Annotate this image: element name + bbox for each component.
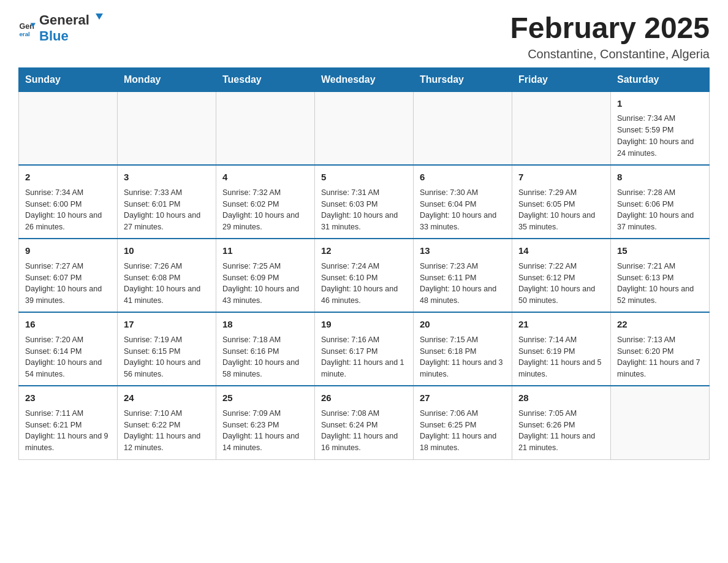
calendar-day-cell: 8Sunrise: 7:28 AMSunset: 6:06 PMDaylight…: [611, 165, 710, 239]
title-area: February 2025 Constantine, Constantine, …: [510, 12, 710, 61]
day-info: Sunrise: 7:11 AMSunset: 6:21 PMDaylight:…: [25, 408, 111, 454]
calendar-day-cell: 4Sunrise: 7:32 AMSunset: 6:02 PMDaylight…: [216, 165, 315, 239]
calendar-day-cell: 19Sunrise: 7:16 AMSunset: 6:17 PMDayligh…: [315, 312, 414, 386]
logo: Gen eral General Blue: [18, 12, 104, 44]
day-number: 13: [420, 244, 506, 258]
calendar-day-cell: 25Sunrise: 7:09 AMSunset: 6:23 PMDayligh…: [216, 386, 315, 459]
day-info: Sunrise: 7:16 AMSunset: 6:17 PMDaylight:…: [321, 334, 407, 380]
day-number: 4: [222, 170, 308, 185]
day-info: Sunrise: 7:14 AMSunset: 6:19 PMDaylight:…: [518, 334, 604, 380]
day-number: 7: [518, 170, 604, 185]
day-info: Sunrise: 7:27 AMSunset: 6:07 PMDaylight:…: [25, 261, 111, 307]
day-info: Sunrise: 7:33 AMSunset: 6:01 PMDaylight:…: [124, 187, 210, 233]
calendar-day-cell: [512, 91, 611, 165]
logo-icon: Gen eral: [18, 20, 36, 37]
calendar-day-cell: 28Sunrise: 7:05 AMSunset: 6:26 PMDayligh…: [512, 386, 611, 459]
day-info: Sunrise: 7:32 AMSunset: 6:02 PMDaylight:…: [222, 187, 308, 233]
calendar-day-cell: 2Sunrise: 7:34 AMSunset: 6:00 PMDaylight…: [19, 165, 118, 239]
calendar-day-cell: 9Sunrise: 7:27 AMSunset: 6:07 PMDaylight…: [19, 239, 118, 312]
calendar-header-row: SundayMondayTuesdayWednesdayThursdayFrid…: [19, 67, 710, 91]
day-info: Sunrise: 7:34 AMSunset: 5:59 PMDaylight:…: [617, 113, 703, 159]
calendar-day-cell: 3Sunrise: 7:33 AMSunset: 6:01 PMDaylight…: [118, 165, 216, 239]
column-header-sunday: Sunday: [19, 67, 118, 91]
calendar-day-cell: 23Sunrise: 7:11 AMSunset: 6:21 PMDayligh…: [19, 386, 118, 459]
day-info: Sunrise: 7:34 AMSunset: 6:00 PMDaylight:…: [25, 187, 111, 233]
column-header-saturday: Saturday: [611, 67, 710, 91]
day-number: 19: [321, 318, 407, 332]
calendar-day-cell: 12Sunrise: 7:24 AMSunset: 6:10 PMDayligh…: [315, 239, 414, 312]
day-number: 2: [25, 170, 111, 185]
calendar-table: SundayMondayTuesdayWednesdayThursdayFrid…: [18, 67, 710, 460]
calendar-day-cell: [414, 91, 512, 165]
calendar-day-cell: 20Sunrise: 7:15 AMSunset: 6:18 PMDayligh…: [414, 312, 512, 386]
day-number: 28: [518, 391, 604, 405]
column-header-wednesday: Wednesday: [315, 67, 414, 91]
calendar-day-cell: 6Sunrise: 7:30 AMSunset: 6:04 PMDaylight…: [414, 165, 512, 239]
location-subtitle: Constantine, Constantine, Algeria: [510, 47, 710, 61]
calendar-week-row: 16Sunrise: 7:20 AMSunset: 6:14 PMDayligh…: [19, 312, 710, 386]
day-info: Sunrise: 7:15 AMSunset: 6:18 PMDaylight:…: [420, 334, 506, 380]
calendar-day-cell: 26Sunrise: 7:08 AMSunset: 6:24 PMDayligh…: [315, 386, 414, 459]
day-info: Sunrise: 7:19 AMSunset: 6:15 PMDaylight:…: [124, 334, 210, 380]
calendar-day-cell: 13Sunrise: 7:23 AMSunset: 6:11 PMDayligh…: [414, 239, 512, 312]
calendar-week-row: 1Sunrise: 7:34 AMSunset: 5:59 PMDaylight…: [19, 91, 710, 165]
calendar-day-cell: 24Sunrise: 7:10 AMSunset: 6:22 PMDayligh…: [118, 386, 216, 459]
day-info: Sunrise: 7:28 AMSunset: 6:06 PMDaylight:…: [617, 187, 703, 233]
day-number: 21: [518, 318, 604, 332]
calendar-day-cell: 16Sunrise: 7:20 AMSunset: 6:14 PMDayligh…: [19, 312, 118, 386]
day-number: 24: [124, 391, 210, 405]
calendar-day-cell: 7Sunrise: 7:29 AMSunset: 6:05 PMDaylight…: [512, 165, 611, 239]
calendar-day-cell: 10Sunrise: 7:26 AMSunset: 6:08 PMDayligh…: [118, 239, 216, 312]
day-info: Sunrise: 7:21 AMSunset: 6:13 PMDaylight:…: [617, 261, 703, 307]
calendar-week-row: 9Sunrise: 7:27 AMSunset: 6:07 PMDaylight…: [19, 239, 710, 312]
day-number: 25: [222, 391, 308, 405]
column-header-monday: Monday: [118, 67, 216, 91]
calendar-week-row: 23Sunrise: 7:11 AMSunset: 6:21 PMDayligh…: [19, 386, 710, 459]
svg-text:eral: eral: [19, 31, 30, 37]
day-info: Sunrise: 7:18 AMSunset: 6:16 PMDaylight:…: [222, 334, 308, 380]
day-info: Sunrise: 7:09 AMSunset: 6:23 PMDaylight:…: [222, 408, 308, 454]
day-number: 5: [321, 170, 407, 185]
calendar-day-cell: 18Sunrise: 7:18 AMSunset: 6:16 PMDayligh…: [216, 312, 315, 386]
calendar-day-cell: [611, 386, 710, 459]
calendar-day-cell: 14Sunrise: 7:22 AMSunset: 6:12 PMDayligh…: [512, 239, 611, 312]
day-info: Sunrise: 7:06 AMSunset: 6:25 PMDaylight:…: [420, 408, 506, 454]
day-number: 12: [321, 244, 407, 258]
day-info: Sunrise: 7:23 AMSunset: 6:11 PMDaylight:…: [420, 261, 506, 307]
calendar-day-cell: 22Sunrise: 7:13 AMSunset: 6:20 PMDayligh…: [611, 312, 710, 386]
column-header-tuesday: Tuesday: [216, 67, 315, 91]
day-info: Sunrise: 7:24 AMSunset: 6:10 PMDaylight:…: [321, 261, 407, 307]
calendar-day-cell: [118, 91, 216, 165]
calendar-day-cell: [315, 91, 414, 165]
day-number: 11: [222, 244, 308, 258]
day-info: Sunrise: 7:10 AMSunset: 6:22 PMDaylight:…: [124, 408, 210, 454]
day-info: Sunrise: 7:30 AMSunset: 6:04 PMDaylight:…: [420, 187, 506, 233]
calendar-day-cell: [19, 91, 118, 165]
day-info: Sunrise: 7:05 AMSunset: 6:26 PMDaylight:…: [518, 408, 604, 454]
day-info: Sunrise: 7:25 AMSunset: 6:09 PMDaylight:…: [222, 261, 308, 307]
day-number: 18: [222, 318, 308, 332]
calendar-day-cell: 15Sunrise: 7:21 AMSunset: 6:13 PMDayligh…: [611, 239, 710, 312]
day-info: Sunrise: 7:22 AMSunset: 6:12 PMDaylight:…: [518, 261, 604, 307]
logo-flag-icon: [91, 12, 103, 25]
calendar-day-cell: 1Sunrise: 7:34 AMSunset: 5:59 PMDaylight…: [611, 91, 710, 165]
day-info: Sunrise: 7:08 AMSunset: 6:24 PMDaylight:…: [321, 408, 407, 454]
day-info: Sunrise: 7:13 AMSunset: 6:20 PMDaylight:…: [617, 334, 703, 380]
day-info: Sunrise: 7:31 AMSunset: 6:03 PMDaylight:…: [321, 187, 407, 233]
day-number: 3: [124, 170, 210, 185]
day-number: 10: [124, 244, 210, 258]
day-number: 26: [321, 391, 407, 405]
day-number: 15: [617, 244, 703, 258]
day-number: 17: [124, 318, 210, 332]
calendar-day-cell: 11Sunrise: 7:25 AMSunset: 6:09 PMDayligh…: [216, 239, 315, 312]
calendar-day-cell: 21Sunrise: 7:14 AMSunset: 6:19 PMDayligh…: [512, 312, 611, 386]
column-header-friday: Friday: [512, 67, 611, 91]
month-year-title: February 2025: [510, 12, 710, 45]
day-number: 6: [420, 170, 506, 185]
day-number: 8: [617, 170, 703, 185]
day-number: 27: [420, 391, 506, 405]
day-number: 16: [25, 318, 111, 332]
day-number: 20: [420, 318, 506, 332]
svg-marker-3: [96, 13, 103, 20]
calendar-week-row: 2Sunrise: 7:34 AMSunset: 6:00 PMDaylight…: [19, 165, 710, 239]
